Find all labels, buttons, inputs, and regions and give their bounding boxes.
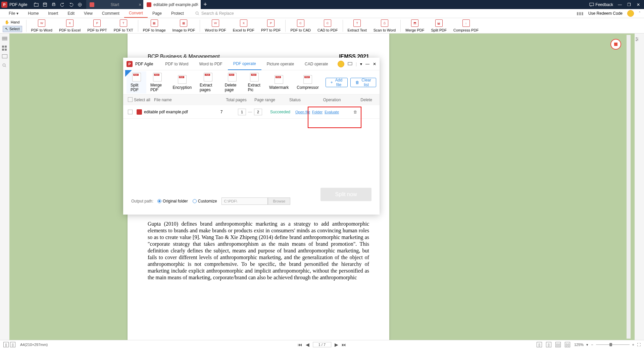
pdf-to-txt-button[interactable]: TPDF to TXT (110, 19, 137, 32)
two-page-icon[interactable]: ▯▯ (555, 342, 561, 347)
settings-icon[interactable] (78, 2, 82, 7)
excel-to-pdf-button[interactable]: XExcel to PDF (230, 19, 258, 32)
pdf-to-cad-button[interactable]: CPDF to CAD (287, 19, 314, 32)
hand-tool[interactable]: ✋Hand (3, 19, 22, 25)
tab-document[interactable]: editable pdf example.pdf × (143, 0, 201, 9)
row-checkbox[interactable] (128, 110, 133, 114)
tool-merge-pdf[interactable]: Merge PDF (146, 71, 168, 94)
extract-text-button[interactable]: TExtract Text (344, 19, 370, 32)
chat-icon[interactable] (348, 62, 352, 66)
scan-to-word-button[interactable]: ⎙Scan to Word (370, 19, 399, 32)
menu-comment[interactable]: Comment (97, 9, 124, 18)
zoom-in-icon[interactable]: + (632, 343, 634, 347)
dialog-tab-word-to-pdf[interactable]: Word to PDF (194, 58, 228, 70)
close-window-icon[interactable]: ✕ (637, 2, 641, 7)
merge-pdf-button[interactable]: ⬒Merge PDF (402, 19, 428, 32)
radio-original-folder[interactable]: Original folder (157, 199, 188, 203)
collapse-ribbon-icon[interactable]: ˄ (639, 11, 641, 16)
next-page-icon[interactable]: ▶ (335, 342, 338, 347)
tool-encryption[interactable]: Encryption (168, 74, 196, 91)
delete-row-button[interactable]: 🗑 (341, 110, 357, 114)
properties-icon[interactable] (635, 37, 644, 42)
save-icon[interactable] (43, 2, 47, 7)
menu-file[interactable]: File▾ (4, 9, 23, 18)
user-avatar-icon[interactable] (627, 10, 634, 17)
clear-list-button[interactable]: 🗑Clear list (350, 78, 376, 87)
cad-to-pdf-button[interactable]: CCAD to PDF (314, 19, 341, 32)
tool-extract-pages[interactable]: Extract pages (196, 71, 221, 94)
single-page-icon[interactable]: ▯ (537, 342, 542, 347)
feedback-button[interactable]: Feedback (589, 2, 613, 7)
undo-icon[interactable] (60, 2, 65, 7)
page-view-icon[interactable]: ▯ (3, 342, 9, 347)
radio-customize[interactable]: Customize (193, 199, 217, 203)
annotations-icon[interactable] (2, 54, 7, 60)
word-to-pdf-button[interactable]: WWord to PDF (201, 19, 229, 32)
open-file-link[interactable]: Open file (295, 110, 310, 114)
tool-delete-page[interactable]: Delete page (221, 71, 244, 94)
output-path-input[interactable] (221, 197, 268, 205)
outline-icon[interactable] (2, 37, 7, 42)
vertical-scrollbar[interactable] (627, 35, 631, 339)
redeem-code-link[interactable]: Use Redeem Code (588, 11, 623, 16)
tab-start[interactable]: Start × (86, 0, 143, 9)
search-panel-icon[interactable] (2, 63, 7, 68)
dialog-close-icon[interactable]: ✕ (373, 62, 376, 66)
pdf-to-ppt-button[interactable]: PPDF to PPT (84, 19, 110, 32)
page-view-alt-icon[interactable]: ▯ (10, 342, 15, 347)
last-page-icon[interactable]: ⏭ (342, 342, 346, 347)
menu-view[interactable]: View (79, 9, 97, 18)
dialog-minimize-icon[interactable]: — (365, 62, 369, 66)
split-now-button[interactable]: Split now (320, 188, 371, 201)
browse-button[interactable]: Browse (268, 197, 290, 205)
menu-home[interactable]: Home (23, 9, 43, 18)
tool-watermark[interactable]: Watermark (265, 74, 293, 91)
split-pdf-button[interactable]: ⬓Split PDF (428, 19, 450, 32)
menu-edit[interactable]: Edit (63, 9, 79, 18)
select-tool[interactable]: ↖Select (3, 26, 22, 32)
add-tab-button[interactable]: + (201, 1, 210, 8)
zoom-out-icon[interactable]: − (591, 343, 593, 347)
thumbnails-icon[interactable] (2, 46, 7, 51)
menu-insert[interactable]: Insert (43, 9, 63, 18)
dialog-avatar-icon[interactable] (338, 61, 344, 67)
dialog-menu-icon[interactable]: ▾ (360, 62, 362, 66)
close-icon[interactable]: × (139, 2, 141, 7)
dialog-tab-pdf-operate[interactable]: PDF operate (228, 58, 261, 70)
print-icon[interactable] (51, 2, 56, 7)
minimize-icon[interactable]: — (618, 2, 623, 7)
pdf-to-word-button[interactable]: WPDF to Word (28, 19, 56, 32)
menu-protect[interactable]: Protect (166, 9, 189, 18)
ppt-to-pdf-button[interactable]: PPPT to PDF (258, 19, 284, 32)
image-to-pdf-button[interactable]: ▦Image to PDF (169, 19, 199, 32)
select-all-checkbox[interactable] (128, 97, 133, 102)
maximize-icon[interactable]: ❐ (627, 2, 632, 7)
tool-compressor[interactable]: Compressor (293, 74, 323, 91)
dialog-tab-cad-operate[interactable]: CAD operate (299, 58, 333, 70)
zoom-dropdown-icon[interactable]: ▾ (586, 343, 588, 347)
page-range-from-input[interactable] (238, 109, 246, 115)
open-icon[interactable] (34, 2, 39, 7)
zoom-slider-thumb[interactable] (609, 343, 612, 346)
search-replace[interactable]: Search & Replace (195, 11, 234, 16)
pdf-to-excel-button[interactable]: XPDF to Excel (56, 19, 84, 32)
compress-pdf-button[interactable]: ↓Compress PDF (450, 19, 482, 32)
menu-page[interactable]: Page (148, 9, 166, 18)
first-page-icon[interactable]: ⏮ (298, 342, 302, 347)
add-file-button[interactable]: +Add file (326, 78, 348, 87)
dialog-tab-picture-operate[interactable]: Picture operate (261, 58, 299, 70)
prev-page-icon[interactable]: ◀ (306, 342, 309, 347)
dialog-tab-pdf-to-word[interactable]: PDF to Word (160, 58, 194, 70)
continuous-page-icon[interactable]: ▯ (546, 342, 551, 347)
two-page-continuous-icon[interactable]: ▯▯ (565, 342, 570, 347)
tool-extract-pic[interactable]: Extract Pic (244, 71, 265, 94)
page-range-to-input[interactable] (254, 109, 262, 115)
zoom-slider[interactable] (596, 344, 630, 345)
menu-convert[interactable]: Convert (124, 9, 148, 18)
open-folder-link[interactable]: Folder (312, 110, 323, 114)
close-icon[interactable]: × (196, 2, 199, 7)
evaluate-link[interactable]: Evaluate (325, 110, 339, 114)
pdf-to-image-button[interactable]: ▦PDF to Image (140, 19, 169, 32)
floating-action-button[interactable] (610, 39, 621, 50)
redo-icon[interactable] (69, 2, 73, 7)
